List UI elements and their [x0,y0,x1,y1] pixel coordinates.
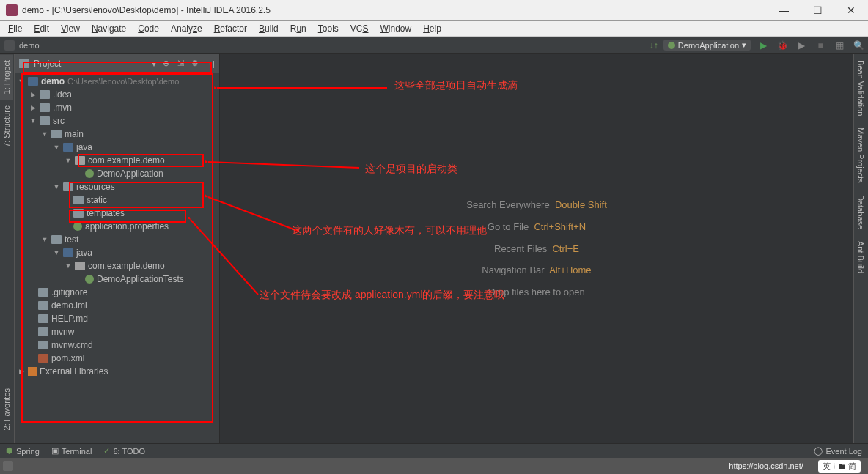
watermark-url: https://blog.csdn.net/ [729,462,803,470]
tree-help-md[interactable]: HELP.md [15,312,219,325]
menu-window[interactable]: Window [375,22,416,35]
window-title: demo - [C:\Users\lenovo\Desktop\demo] - … [22,5,773,15]
close-button[interactable]: ✕ [840,4,862,16]
status-bar: ⬢Spring ▣Terminal ✓6: TODO ◯Event Log [0,443,868,458]
menu-run[interactable]: Run [285,22,312,35]
tree-templates[interactable]: templates [15,207,219,220]
project-title[interactable]: Project [34,59,152,69]
left-tool-stripe: 1: Project 7: Structure 2: Favorites [0,54,15,443]
run-config-label: DemoApplication [678,41,739,50]
menu-build[interactable]: Build [254,22,284,35]
tree-demo-application-tests[interactable]: DemoApplicationTests [15,273,219,286]
tool-terminal[interactable]: ▣Terminal [51,446,92,456]
minimize-button[interactable]: — [773,4,795,16]
tree-mvnw[interactable]: mvnw [15,325,219,338]
menu-file[interactable]: File [3,22,27,35]
coverage-button[interactable]: ▶ [795,39,808,52]
menu-code[interactable]: Code [133,22,164,35]
tree-application-properties[interactable]: application.properties [15,220,219,233]
hint-navigation-bar: Navigation Bar [482,264,544,275]
debug-button[interactable]: 🐞 [776,39,789,52]
tree-mvnw-cmd[interactable]: mvnw.cmd [15,338,219,352]
tool-todo[interactable]: ✓6: TODO [103,446,145,456]
project-view-icon [19,59,29,68]
tool-ant[interactable]: Ant Build [854,235,867,279]
tool-spring[interactable]: ⬢Spring [6,446,40,456]
tree-idea[interactable]: ▶.idea [15,88,219,101]
layout-button[interactable]: ▦ [833,39,846,52]
project-header: Project ▾ ⊕ ⇲ ⚙ →| [15,54,219,73]
editor-empty-state: Search Everywhere Double Shift Go to Fil… [220,54,853,443]
menu-help[interactable]: Help [418,22,446,35]
menu-refactor[interactable]: Refactor [209,22,252,35]
tree-gitignore[interactable]: .gitignore [15,286,219,299]
navigation-bar: demo ↓↑ DemoApplication ▾ ▶ 🐞 ▶ ■ ▦ 🔍 [0,37,868,54]
ime-indicator: 英 ⁝ 🖿 简 [818,460,861,473]
hide-icon[interactable]: →| [205,59,215,69]
scroll-from-source-icon[interactable]: ⊕ [161,59,171,69]
menu-navigate[interactable]: Navigate [87,22,131,35]
search-everywhere-icon[interactable]: 🔍 [852,39,865,52]
run-button[interactable]: ▶ [757,39,770,52]
tool-favorites[interactable]: 2: Favorites [0,382,13,436]
watermark-strip: https://blog.csdn.net/ 英 ⁝ 🖿 简 [0,458,868,474]
tree-root[interactable]: ▼demoC:\Users\lenovo\Desktop\demo [15,75,219,88]
tree-pkg-main[interactable]: ▼com.example.demo [15,154,219,167]
tree-demo-iml[interactable]: demo.iml [15,299,219,312]
menu-tools[interactable]: Tools [313,22,344,35]
breadcrumb-folder-icon [4,40,15,51]
tool-structure[interactable]: 7: Structure [0,100,13,153]
tree-resources[interactable]: ▼resources [15,180,219,193]
project-tree[interactable]: ▼demoC:\Users\lenovo\Desktop\demo ▶.idea… [15,73,219,443]
make-project-icon[interactable]: ↓↑ [647,39,661,52]
app-icon [6,4,18,16]
maximize-button[interactable]: ☐ [806,4,828,16]
menu-edit[interactable]: Edit [29,22,54,35]
tool-database[interactable]: Database [854,189,867,235]
tree-java-test[interactable]: ▼java [15,246,219,259]
menu-analyze[interactable]: Analyze [166,22,207,35]
run-config-selector[interactable]: DemoApplication ▾ [663,40,751,51]
project-tool-window: Project ▾ ⊕ ⇲ ⚙ →| ▼demoC:\Users\lenovo\… [15,54,220,443]
event-log[interactable]: ◯Event Log [814,446,862,456]
hint-search-everywhere: Search Everywhere [466,199,549,210]
tree-src[interactable]: ▼src [15,114,219,127]
menu-view[interactable]: View [56,22,85,35]
tree-java-main[interactable]: ▼java [15,141,219,154]
tool-maven[interactable]: Maven Projects [854,122,867,189]
hint-drop-files: Drop files here to open [466,281,607,303]
spring-icon [668,42,675,49]
tree-test[interactable]: ▼test [15,233,219,246]
tree-mvn[interactable]: ▶.mvn [15,101,219,114]
tool-bean-validation[interactable]: Bean Validation [854,54,867,122]
tree-demo-application[interactable]: DemoApplication [15,167,219,180]
collapse-all-icon[interactable]: ⇲ [175,59,185,69]
stop-button[interactable]: ■ [814,39,827,52]
tree-static[interactable]: static [15,193,219,207]
gear-icon[interactable]: ⚙ [190,59,200,69]
tree-pkg-test[interactable]: ▼com.example.demo [15,259,219,273]
titlebar: demo - [C:\Users\lenovo\Desktop\demo] - … [0,0,868,21]
menu-vcs[interactable]: VCS [345,22,374,35]
menubar: File Edit View Navigate Code Analyze Ref… [0,21,868,37]
tree-external-libraries[interactable]: ▶External Libraries [15,365,219,378]
hint-go-to-file: Go to File [488,221,529,232]
tree-pom-xml[interactable]: pom.xml [15,352,219,365]
tool-project[interactable]: 1: Project [0,54,13,100]
right-tool-stripe: Bean Validation Maven Projects Database … [853,54,868,443]
tree-main[interactable]: ▼main [15,127,219,141]
hint-recent-files: Recent Files [494,243,547,254]
tool-window-toggle-icon[interactable] [3,461,13,471]
breadcrumb[interactable]: demo [19,41,40,50]
